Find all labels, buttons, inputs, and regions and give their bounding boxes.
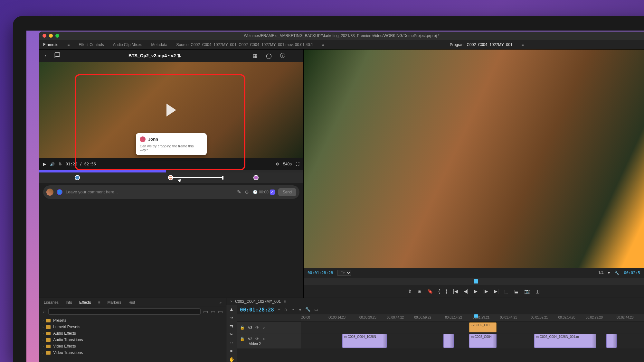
draw-tool-icon[interactable]: ✎ bbox=[237, 189, 241, 195]
fullscreen-icon[interactable]: ⛶ bbox=[296, 162, 299, 166]
more-icon[interactable]: ⋯ bbox=[294, 53, 299, 59]
tab-effects[interactable]: Effects bbox=[79, 300, 91, 305]
tabs-overflow-icon[interactable]: » bbox=[219, 300, 222, 305]
tree-item[interactable]: ›Lumetri Presets bbox=[43, 324, 223, 330]
tab-info[interactable]: Info bbox=[66, 300, 72, 305]
play-overlay-icon[interactable] bbox=[166, 104, 176, 116]
settings-icon[interactable]: 🔧 bbox=[305, 307, 310, 312]
program-scrubber[interactable] bbox=[304, 278, 644, 285]
minimize-window-icon[interactable] bbox=[49, 34, 53, 38]
timecode-check-icon[interactable]: ✓ bbox=[270, 190, 275, 195]
track-header[interactable]: 🔒 V2 👁 ○ Video 2 bbox=[237, 333, 301, 348]
tree-item[interactable]: ›Audio Effects bbox=[43, 330, 223, 337]
clip[interactable]: ▭ C002_C004 bbox=[469, 334, 497, 348]
tab-menu-icon[interactable]: ≡ bbox=[67, 42, 70, 47]
timecode-attach[interactable]: 🕐 00:00 ✓ bbox=[253, 190, 275, 195]
marker-add-icon[interactable]: ● bbox=[299, 307, 301, 312]
timecode-stepper-icon[interactable]: ⇅ bbox=[59, 162, 62, 166]
snap-icon[interactable]: ⌖ bbox=[278, 307, 280, 312]
tab-audio-clip-mixer[interactable]: Audio Clip Mixer: bbox=[113, 42, 142, 47]
program-timecode[interactable]: 00:01:28:28 bbox=[308, 271, 333, 275]
quality-label[interactable]: 540p bbox=[283, 162, 292, 166]
grid-icon[interactable]: ▦ bbox=[253, 53, 258, 59]
tab-menu-icon[interactable]: ≡ bbox=[98, 300, 100, 305]
zoom-fit-select[interactable]: Fit bbox=[337, 270, 351, 276]
info-icon[interactable]: ⓘ bbox=[280, 52, 285, 59]
chevron-down-icon[interactable]: ▾ bbox=[608, 271, 610, 275]
lift-icon[interactable]: ⬚ bbox=[504, 289, 508, 294]
clip[interactable]: ▭ C002_C01 bbox=[469, 322, 497, 332]
hand-tool-icon[interactable]: ✋ bbox=[229, 357, 234, 362]
cc-icon[interactable]: ▭ bbox=[314, 307, 318, 312]
visibility-icon[interactable]: 🌐 bbox=[57, 189, 62, 195]
tab-menu-icon[interactable]: ≡ bbox=[283, 299, 286, 304]
marker-icon[interactable]: 🔖 bbox=[427, 289, 433, 294]
tab-markers[interactable]: Markers bbox=[108, 300, 121, 305]
effects-search-input[interactable] bbox=[48, 308, 201, 315]
preset-bin-icon[interactable]: ▭ bbox=[218, 309, 223, 315]
pen-tool-icon[interactable]: ✒ bbox=[230, 348, 233, 354]
clip[interactable] bbox=[443, 334, 454, 348]
selection-tool-icon[interactable]: ▲ bbox=[229, 307, 234, 312]
tab-menu-icon[interactable]: ≡ bbox=[522, 42, 524, 47]
tab-program[interactable]: Program: C002_C004_1027MY_001 bbox=[450, 42, 513, 47]
program-playhead[interactable] bbox=[474, 279, 478, 283]
clip[interactable]: ▭ C002_C004_1028N_001.m bbox=[534, 334, 596, 348]
goto-in-icon[interactable]: |◀ bbox=[453, 289, 458, 294]
emoji-icon[interactable]: ☺ bbox=[244, 189, 250, 195]
razor-tool-icon[interactable]: ✂ bbox=[230, 332, 233, 337]
slip-tool-icon[interactable]: ↔ bbox=[229, 340, 234, 345]
output-icon[interactable]: ○ bbox=[262, 326, 265, 330]
insert-icon[interactable]: ⊞ bbox=[418, 289, 421, 294]
magnet-icon[interactable]: ∩ bbox=[284, 307, 287, 312]
preset-bin-icon[interactable]: ▭ bbox=[211, 309, 215, 315]
tab-frameio[interactable]: Frame.io bbox=[43, 42, 58, 47]
mark-in-icon[interactable]: { bbox=[439, 289, 440, 294]
gear-icon[interactable]: ⚙ bbox=[276, 162, 279, 166]
play-icon[interactable]: ▶ bbox=[43, 162, 46, 166]
tree-item[interactable]: ›Presets bbox=[43, 317, 223, 324]
maximize-window-icon[interactable] bbox=[55, 34, 59, 38]
mark-out-icon[interactable]: } bbox=[446, 289, 447, 294]
record-icon[interactable]: ◯ bbox=[266, 53, 272, 59]
goto-out-icon[interactable]: ▶| bbox=[494, 289, 499, 294]
track-lane[interactable]: ▭ C003_C004_1028N ▭ C002_C004 ▭ C002_C00… bbox=[301, 333, 644, 348]
lock-icon[interactable]: 🔒 bbox=[240, 337, 245, 341]
frameio-scrubber[interactable] bbox=[39, 170, 303, 172]
program-out-timecode[interactable]: 00:02:5 bbox=[624, 271, 640, 275]
send-button[interactable]: Send bbox=[278, 188, 296, 196]
close-seq-icon[interactable]: × bbox=[230, 299, 232, 304]
tree-item[interactable]: ›Audio Transitions bbox=[43, 337, 223, 343]
preset-bin-icon[interactable]: ▭ bbox=[203, 309, 208, 315]
ripple-tool-icon[interactable]: ⇆ bbox=[230, 323, 233, 329]
comment-marker[interactable] bbox=[75, 175, 80, 180]
wrench-icon[interactable]: 🔧 bbox=[614, 271, 619, 275]
tab-source[interactable]: Source: C002_C004_1027MY_001: C002_C004_… bbox=[176, 42, 313, 47]
volume-icon[interactable]: 🔊 bbox=[50, 162, 55, 166]
program-viewer[interactable] bbox=[304, 50, 644, 268]
tab-effect-controls[interactable]: Effect Controls bbox=[79, 42, 104, 47]
frameio-clip-title[interactable]: BTS_Op2_v2.mp4 • v2 ⇅ bbox=[65, 53, 244, 58]
tab-libraries[interactable]: Libraries bbox=[44, 300, 59, 305]
sequence-name[interactable]: C002_C004_1027MY_001 bbox=[235, 299, 281, 304]
track-header[interactable]: 🔒 V3 👁 ○ bbox=[237, 322, 301, 333]
comment-input[interactable]: Leave your comment here... bbox=[66, 190, 234, 194]
extract-icon[interactable]: ⬓ bbox=[514, 289, 518, 294]
frameio-viewer[interactable]: John Can we try cropping the frame this … bbox=[39, 62, 303, 158]
track-lane[interactable]: ▭ C002_C01 bbox=[301, 322, 644, 333]
snapshot-icon[interactable]: 📷 bbox=[524, 289, 530, 294]
timeline-timecode[interactable]: 00:01:28:28 bbox=[240, 307, 274, 313]
annotation-rectangle[interactable] bbox=[75, 74, 245, 171]
traffic-lights[interactable] bbox=[43, 34, 59, 38]
clip[interactable]: ▭ C003_C004_1028N bbox=[342, 334, 387, 348]
step-forward-icon[interactable]: |▶ bbox=[483, 289, 488, 294]
back-arrow-icon[interactable]: ← bbox=[44, 52, 50, 59]
tree-item[interactable]: ›Video Effects bbox=[43, 343, 223, 349]
tree-item[interactable]: ›Video Transitions bbox=[43, 349, 223, 356]
close-window-icon[interactable] bbox=[43, 34, 46, 38]
export-frame-icon[interactable]: ⇪ bbox=[408, 289, 412, 294]
comment-markers-track[interactable] bbox=[39, 172, 303, 183]
eye-icon[interactable]: 👁 bbox=[255, 325, 259, 330]
eye-icon[interactable]: 👁 bbox=[255, 337, 259, 341]
timeline-ruler[interactable]: :00:00 00:00:14:23 00:00:29:23 00:00:44:… bbox=[301, 314, 644, 321]
